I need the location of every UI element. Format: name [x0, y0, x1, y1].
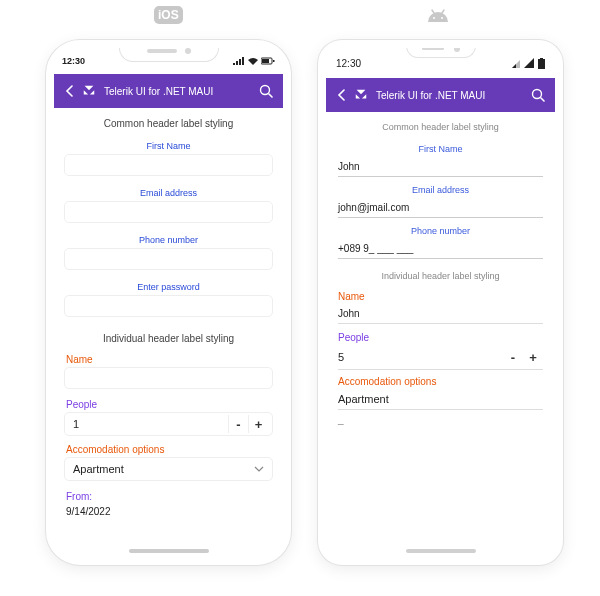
ios-notch [119, 40, 219, 62]
android-platform-badge [423, 6, 453, 28]
android-notch [406, 40, 476, 58]
android-form-content: Common header label styling First Name J… [326, 112, 555, 557]
individual-section-header: Individual header label styling [54, 323, 283, 350]
back-button[interactable] [336, 89, 346, 101]
chevron-left-icon [65, 85, 73, 97]
name-input[interactable]: John [338, 304, 543, 324]
svg-line-6 [269, 94, 272, 97]
common-section-header: Common header label styling [326, 112, 555, 138]
accommodation-value: Apartment [338, 393, 389, 405]
svg-rect-7 [538, 59, 545, 69]
android-status-time: 12:30 [336, 58, 361, 69]
app-header: Telerik UI for .NET MAUI [54, 74, 283, 108]
svg-rect-4 [273, 60, 275, 62]
stepper-plus-button[interactable]: + [523, 348, 543, 366]
telerik-logo-icon [82, 84, 96, 98]
from-date-input[interactable]: 9/14/2022 [66, 504, 271, 523]
phone-label: Phone number [54, 229, 283, 248]
password-input[interactable] [64, 295, 273, 317]
android-device-frame: 12:30 Telerik UI for .NET MAUI Common he… [318, 40, 563, 565]
chevron-down-icon [254, 465, 264, 473]
password-label: Enter password [54, 276, 283, 295]
svg-point-1 [441, 17, 443, 19]
name-label: Name [326, 287, 555, 304]
ios-status-bar: 12:30 [54, 48, 283, 74]
accommodation-value: Apartment [73, 463, 124, 475]
ios-form-content: Common header label styling First Name E… [54, 108, 283, 557]
search-button[interactable] [257, 84, 273, 98]
name-label: Name [54, 350, 283, 367]
svg-point-9 [533, 90, 542, 99]
common-section-header: Common header label styling [54, 108, 283, 135]
svg-rect-8 [540, 58, 543, 60]
svg-line-10 [541, 98, 544, 101]
accommodation-label: Accomodation options [326, 372, 555, 389]
people-value: 5 [338, 351, 503, 363]
search-icon [259, 84, 273, 98]
people-stepper: 5 - + [338, 345, 543, 370]
phone-label: Phone number [326, 220, 555, 239]
telerik-logo-icon [354, 88, 368, 102]
android-icon [426, 8, 450, 26]
email-label: Email address [326, 179, 555, 198]
svg-point-0 [433, 17, 435, 19]
ios-status-time: 12:30 [62, 56, 85, 66]
svg-rect-3 [262, 59, 269, 63]
first-name-label: First Name [326, 138, 555, 157]
first-name-input[interactable] [64, 154, 273, 176]
first-name-input[interactable]: John [338, 157, 543, 177]
back-button[interactable] [64, 85, 74, 97]
app-title: Telerik UI for .NET MAUI [104, 86, 249, 97]
individual-section-header: Individual header label styling [326, 263, 555, 287]
app-title: Telerik UI for .NET MAUI [376, 90, 521, 101]
name-input[interactable] [64, 367, 273, 389]
first-name-label: First Name [54, 135, 283, 154]
app-header: Telerik UI for .NET MAUI [326, 78, 555, 112]
android-nav-indicator [406, 549, 476, 553]
people-value: 1 [73, 418, 228, 430]
wifi-icon [248, 57, 258, 65]
stepper-minus-button[interactable]: - [228, 415, 248, 433]
signal-full-icon [524, 58, 534, 68]
accommodation-label: Accomodation options [54, 440, 283, 457]
email-input[interactable] [64, 201, 273, 223]
from-label: From: [54, 485, 283, 504]
android-status-bar: 12:30 [326, 48, 555, 78]
svg-point-5 [261, 86, 270, 95]
people-label: People [326, 326, 555, 345]
email-input[interactable]: john@jmail.com [338, 198, 543, 218]
extra-field-placeholder: _ [326, 412, 555, 427]
stepper-plus-button[interactable]: + [248, 415, 268, 433]
signal-icon [233, 57, 245, 65]
people-label: People [54, 393, 283, 412]
ios-home-indicator [129, 549, 209, 553]
stepper-minus-button[interactable]: - [503, 348, 523, 366]
ios-platform-badge: iOS [154, 6, 183, 24]
battery-icon [261, 57, 275, 65]
email-label: Email address [54, 182, 283, 201]
chevron-left-icon [337, 89, 345, 101]
accommodation-select[interactable]: Apartment [64, 457, 273, 481]
signal-half-icon [512, 58, 520, 68]
battery-icon [538, 58, 545, 69]
phone-input[interactable] [64, 248, 273, 270]
people-stepper: 1 - + [64, 412, 273, 436]
ios-device-frame: 12:30 Telerik UI for .NET MAUI Common he… [46, 40, 291, 565]
phone-input[interactable]: +089 9_ ___ ___ [338, 239, 543, 259]
search-icon [531, 88, 545, 102]
accommodation-select[interactable]: Apartment [338, 389, 543, 410]
search-button[interactable] [529, 88, 545, 102]
